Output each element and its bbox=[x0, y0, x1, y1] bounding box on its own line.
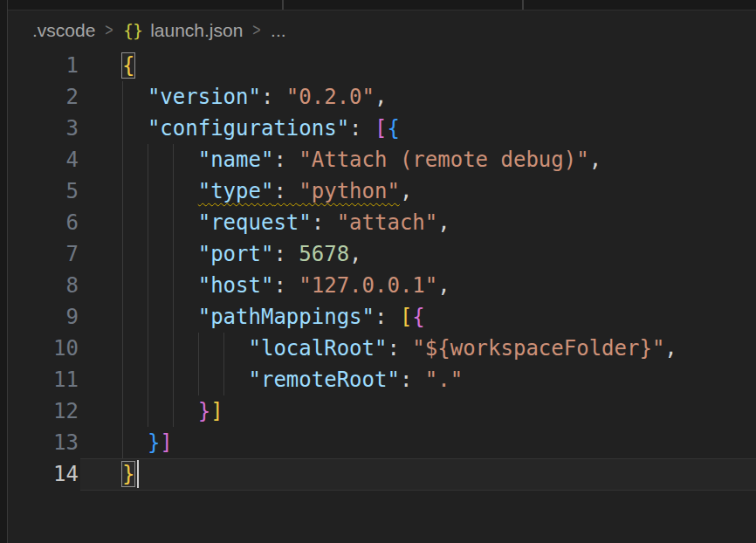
line-number[interactable]: 7 bbox=[9, 238, 79, 270]
token: "remoteRoot" bbox=[249, 368, 400, 392]
token: : bbox=[261, 85, 286, 109]
code-line[interactable]: 4 "name": "Attach (remote debug)", bbox=[9, 144, 756, 175]
line-number[interactable]: 9 bbox=[9, 301, 79, 333]
token: , bbox=[349, 242, 361, 266]
tab-divider bbox=[282, 0, 284, 10]
code-text: } bbox=[79, 458, 134, 490]
tab-divider bbox=[522, 0, 524, 10]
code-line[interactable]: 12 }] bbox=[9, 395, 756, 427]
code-line[interactable]: 7 "port": 5678, bbox=[9, 238, 756, 270]
code-text: }] bbox=[79, 427, 173, 458]
code-text: "request": "attach", bbox=[79, 207, 450, 238]
token: ] bbox=[210, 399, 223, 423]
token bbox=[122, 242, 198, 266]
token bbox=[122, 399, 198, 423]
breadcrumb-file[interactable]: launch.json bbox=[150, 20, 243, 41]
line-number[interactable]: 10 bbox=[9, 333, 79, 364]
line-number[interactable]: 14 bbox=[9, 458, 79, 490]
line-number[interactable]: 3 bbox=[9, 113, 79, 144]
code-line[interactable]: 14} bbox=[9, 458, 756, 490]
vscode-window: { "breadcrumb": { "folder": ".vscode", "… bbox=[0, 0, 756, 543]
code-line[interactable]: 6 "request": "attach", bbox=[9, 207, 756, 238]
token: : bbox=[387, 336, 412, 361]
token: : bbox=[349, 116, 375, 141]
code-line[interactable]: 8 "host": "127.0.0.1", bbox=[9, 270, 756, 301]
token: { bbox=[387, 116, 399, 141]
code-text: "remoteRoot": "." bbox=[79, 364, 463, 395]
line-number[interactable]: 4 bbox=[9, 144, 79, 175]
token: : bbox=[400, 368, 425, 392]
token: ] bbox=[160, 430, 172, 455]
token: "type" bbox=[198, 179, 274, 203]
code-lines: 1{2 "version": "0.2.0",3 "configurations… bbox=[9, 50, 756, 490]
token bbox=[122, 336, 249, 361]
token: : bbox=[273, 242, 299, 266]
token: "port" bbox=[198, 242, 274, 266]
token: "python" bbox=[299, 179, 400, 203]
token: "configurations" bbox=[148, 116, 349, 141]
token: "version" bbox=[148, 85, 261, 109]
token: "attach" bbox=[337, 210, 438, 235]
token: , bbox=[437, 210, 450, 235]
code-line[interactable]: 13 }] bbox=[9, 427, 756, 458]
breadcrumb-folder[interactable]: .vscode bbox=[32, 20, 95, 41]
token bbox=[122, 148, 198, 172]
line-number[interactable]: 11 bbox=[9, 364, 79, 395]
token: "name" bbox=[198, 148, 274, 172]
token: , bbox=[400, 179, 412, 203]
matched-bracket: } bbox=[122, 462, 134, 486]
token: : bbox=[273, 273, 299, 298]
code-text: "type": "python", bbox=[79, 175, 412, 207]
code-text: "version": "0.2.0", bbox=[79, 81, 387, 113]
line-number[interactable]: 1 bbox=[9, 50, 79, 81]
token: "localRoot" bbox=[249, 336, 388, 361]
token bbox=[122, 116, 148, 141]
token bbox=[122, 430, 148, 455]
token bbox=[122, 305, 198, 329]
token: , bbox=[375, 85, 387, 109]
code-text: "name": "Attach (remote debug)", bbox=[79, 144, 601, 175]
tab-bar-edge bbox=[0, 0, 756, 10]
line-number[interactable]: 12 bbox=[9, 395, 79, 427]
code-line[interactable]: 11 "remoteRoot": "." bbox=[9, 364, 756, 395]
token: } bbox=[148, 430, 160, 455]
line-number[interactable]: 5 bbox=[9, 175, 79, 207]
code-line[interactable]: 5 "type": "python", bbox=[9, 175, 756, 207]
token: 5678 bbox=[299, 242, 349, 266]
line-number[interactable]: 2 bbox=[9, 81, 79, 113]
code-line[interactable]: 2 "version": "0.2.0", bbox=[9, 81, 756, 113]
token: : bbox=[273, 179, 299, 203]
chevron-right-icon: > bbox=[253, 20, 261, 40]
code-line[interactable]: 1{ bbox=[9, 50, 756, 81]
token: : bbox=[375, 305, 400, 329]
token: : bbox=[312, 210, 337, 235]
code-text: { bbox=[79, 50, 134, 81]
code-line[interactable]: 3 "configurations": [{ bbox=[9, 113, 756, 144]
token: "127.0.0.1" bbox=[299, 273, 437, 298]
token: : bbox=[273, 148, 299, 172]
token: , bbox=[589, 148, 601, 172]
token: "host" bbox=[198, 273, 274, 298]
code-line[interactable]: 10 "localRoot": "${workspaceFolder}", bbox=[9, 333, 756, 364]
token: , bbox=[437, 273, 450, 298]
token: "." bbox=[425, 368, 463, 392]
code-text: "pathMappings": [{ bbox=[79, 301, 425, 333]
breadcrumb: .vscode > {} launch.json > ... bbox=[9, 10, 756, 50]
line-number[interactable]: 13 bbox=[9, 427, 79, 458]
code-text: "port": 5678, bbox=[79, 238, 362, 270]
text-cursor bbox=[137, 460, 139, 488]
token bbox=[122, 179, 198, 203]
token bbox=[122, 273, 198, 298]
breadcrumb-symbol-path[interactable]: ... bbox=[271, 20, 286, 41]
token: , bbox=[664, 336, 677, 361]
code-text: }] bbox=[79, 395, 223, 427]
matched-bracket: { bbox=[122, 53, 134, 78]
code-line[interactable]: 9 "pathMappings": [{ bbox=[9, 301, 756, 333]
code-text: "host": "127.0.0.1", bbox=[79, 270, 450, 301]
line-number[interactable]: 8 bbox=[9, 270, 79, 301]
line-number[interactable]: 6 bbox=[9, 207, 79, 238]
code-text: "localRoot": "${workspaceFolder}", bbox=[79, 333, 677, 364]
code-editor[interactable]: 1{2 "version": "0.2.0",3 "configurations… bbox=[9, 50, 756, 543]
token: [ bbox=[400, 305, 412, 329]
json-braces-icon: {} bbox=[123, 20, 142, 41]
